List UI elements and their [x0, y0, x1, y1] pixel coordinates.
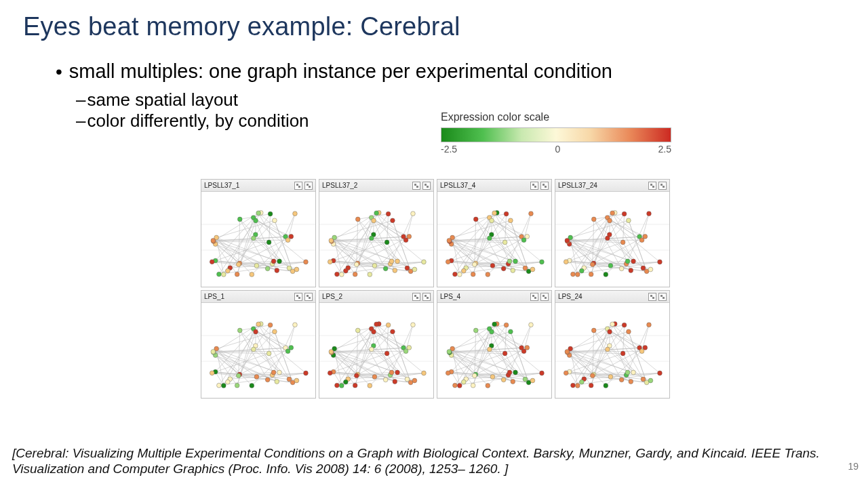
expand-icon[interactable]: [540, 293, 549, 301]
svg-line-130: [372, 238, 397, 261]
svg-point-769: [643, 346, 648, 350]
svg-point-781: [571, 383, 576, 388]
svg-point-786: [648, 378, 653, 383]
legend-title: Expression color scale: [441, 111, 671, 123]
svg-line-702: [610, 332, 660, 373]
expand-icon[interactable]: [422, 182, 431, 190]
dock-icon[interactable]: [412, 293, 420, 301]
svg-point-492: [225, 380, 230, 384]
expand-icon[interactable]: [658, 182, 667, 190]
graph-view: [437, 303, 551, 398]
legend-max: 2.5: [658, 144, 671, 155]
svg-point-394: [641, 266, 646, 270]
svg-point-366: [620, 240, 625, 245]
svg-point-67: [237, 217, 242, 222]
svg-point-167: [374, 211, 379, 216]
legend-ticks: -2.5 0 2.5: [441, 144, 671, 155]
svg-point-481: [236, 373, 241, 378]
svg-point-660: [529, 323, 534, 327]
svg-point-684: [457, 384, 462, 388]
expand-icon[interactable]: [422, 293, 431, 301]
dock-icon[interactable]: [412, 182, 420, 190]
panel-window-controls: [648, 293, 667, 301]
dock-icon[interactable]: [648, 293, 656, 301]
svg-point-489: [294, 378, 299, 383]
svg-point-592: [405, 377, 410, 382]
svg-point-161: [391, 218, 395, 223]
panel-header: LPS_24: [555, 291, 669, 303]
svg-point-193: [395, 259, 400, 264]
svg-point-186: [393, 268, 397, 273]
svg-point-593: [422, 371, 427, 375]
svg-point-762: [620, 351, 625, 356]
svg-point-768: [565, 350, 570, 354]
svg-point-759: [647, 323, 652, 327]
svg-point-191: [372, 264, 377, 268]
svg-point-260: [509, 218, 513, 223]
color-scale-legend: Expression color scale -2.5 0 2.5: [441, 111, 671, 155]
svg-point-658: [504, 323, 509, 327]
svg-point-562: [355, 328, 360, 333]
svg-point-192: [412, 267, 417, 272]
svg-point-96: [225, 268, 230, 273]
svg-point-187: [335, 272, 340, 277]
svg-point-563: [374, 322, 379, 327]
expand-icon[interactable]: [304, 182, 313, 190]
svg-point-372: [565, 239, 570, 243]
svg-point-283: [472, 262, 477, 267]
svg-point-390: [648, 267, 653, 272]
svg-point-168: [384, 240, 389, 245]
svg-line-326: [608, 218, 642, 240]
dock-icon[interactable]: [530, 293, 538, 301]
svg-point-363: [647, 211, 652, 216]
svg-point-289: [446, 260, 450, 264]
dock-icon[interactable]: [648, 182, 656, 190]
svg-point-682: [453, 383, 458, 388]
svg-point-166: [355, 217, 360, 222]
expand-icon[interactable]: [540, 182, 549, 190]
panel-title: LPS_2: [322, 293, 342, 300]
svg-point-564: [384, 351, 389, 356]
svg-point-285: [511, 268, 515, 273]
svg-point-295: [523, 266, 528, 270]
svg-point-382: [590, 262, 595, 267]
svg-point-591: [343, 380, 348, 384]
dock-icon[interactable]: [294, 182, 302, 190]
svg-point-755: [627, 329, 631, 334]
svg-point-686: [490, 375, 495, 380]
svg-point-773: [619, 378, 624, 382]
svg-point-465: [267, 351, 271, 356]
svg-point-758: [608, 329, 612, 334]
svg-point-662: [492, 322, 497, 327]
svg-point-86: [271, 259, 276, 264]
svg-line-27: [256, 221, 291, 237]
sub-bullet-2-text: color differently, by condition: [87, 110, 309, 131]
svg-line-320: [612, 213, 639, 237]
svg-line-724: [608, 349, 633, 372]
svg-point-189: [339, 272, 344, 277]
svg-line-623: [490, 329, 524, 351]
expand-icon[interactable]: [658, 293, 667, 301]
svg-point-188: [368, 272, 372, 277]
svg-point-265: [473, 217, 478, 222]
svg-line-518: [376, 324, 403, 348]
expand-icon[interactable]: [304, 293, 313, 301]
svg-line-603: [492, 332, 542, 373]
svg-point-90: [221, 272, 226, 277]
svg-point-484: [217, 383, 222, 388]
svg-point-488: [254, 375, 259, 380]
svg-point-581: [389, 370, 394, 375]
svg-point-482: [271, 370, 276, 375]
svg-point-364: [591, 217, 596, 222]
svg-point-91: [210, 260, 214, 264]
dock-icon[interactable]: [530, 182, 538, 190]
svg-point-573: [370, 347, 374, 352]
svg-point-76: [289, 235, 294, 239]
dock-icon[interactable]: [294, 293, 302, 301]
svg-point-278: [501, 266, 506, 271]
svg-point-472: [289, 346, 294, 350]
svg-point-669: [447, 350, 452, 354]
svg-point-780: [629, 380, 633, 384]
svg-point-785: [608, 375, 613, 380]
svg-point-94: [277, 259, 282, 264]
